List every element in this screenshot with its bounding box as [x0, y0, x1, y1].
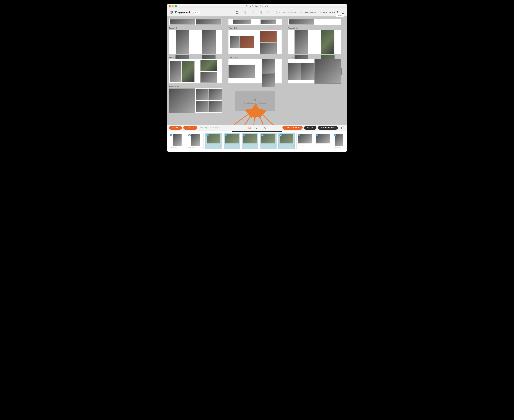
usage-badge: 1: [261, 134, 264, 136]
pages-label: Pages 7-8: [169, 27, 222, 29]
star-rating[interactable]: ☆☆☆☆☆: [206, 144, 213, 147]
svg-rect-6: [254, 99, 256, 100]
wall-art-icon[interactable]: [251, 10, 255, 15]
scatter-view-icon[interactable]: [255, 126, 259, 130]
comments-icon[interactable]: [243, 10, 247, 15]
tray-thumbnail[interactable]: 1☆☆☆☆☆♡: [224, 133, 240, 149]
spread-partial-2[interactable]: [228, 19, 282, 25]
rating-row: ☆☆☆☆☆♡: [261, 144, 276, 147]
svg-point-19: [256, 128, 256, 128]
stack-view-icon[interactable]: [262, 126, 267, 130]
spread-13-14[interactable]: [169, 59, 222, 83]
svg-point-24: [258, 128, 258, 129]
mode-tools: [235, 10, 279, 15]
spread-9-10[interactable]: [228, 30, 282, 54]
titlebar: Fundy Designer Suite v10: [167, 4, 347, 8]
filter-button[interactable]: ‹ FILTER: [183, 126, 197, 130]
total-images-count: 33: [300, 11, 301, 13]
album-size-chip[interactable]: 8x8: [192, 11, 201, 14]
project-name: Engagement: [175, 11, 190, 14]
favorite-heart-icon[interactable]: ♡: [292, 144, 294, 147]
star-rating[interactable]: ☆☆☆☆☆: [224, 144, 231, 147]
star-rating[interactable]: ☆☆☆☆☆: [170, 147, 176, 149]
svg-line-9: [216, 111, 253, 125]
favorite-heart-icon[interactable]: ♡: [329, 144, 330, 147]
tray-thumbnail[interactable]: 1☆☆☆☆☆♡: [278, 133, 295, 149]
project-icon[interactable]: [169, 10, 173, 15]
svg-rect-25: [342, 127, 344, 129]
spread-cell-7-8: Pages 7-8: [169, 27, 222, 54]
total-pages-stat: 20 TOTAL PAGES: [319, 11, 335, 13]
favorite-heart-icon[interactable]: ♡: [256, 144, 257, 147]
album-size-label: 8x8: [193, 11, 196, 13]
order-icon[interactable]: [275, 10, 279, 15]
tray-thumbnail[interactable]: 1☆☆☆☆☆♡: [205, 133, 222, 149]
svg-point-17: [257, 127, 257, 127]
rating-row: ☆☆☆☆☆♡: [242, 144, 258, 147]
rating-row: ☆☆☆☆☆♡: [169, 147, 185, 149]
view-button[interactable]: View: [336, 14, 344, 17]
favorite-heart-icon[interactable]: ♡: [219, 144, 221, 147]
spread-19-20[interactable]: [169, 88, 222, 113]
rating-row: ☆☆☆☆☆♡: [297, 144, 313, 147]
chevron-left-icon: ‹: [172, 127, 173, 129]
spread-partial-1[interactable]: [169, 19, 222, 25]
paperclip-icon: [197, 11, 199, 13]
grid-view-icon[interactable]: [247, 126, 252, 130]
spread-partial-3[interactable]: [288, 19, 341, 25]
design-canvas[interactable]: Pages 7-8 Pages 9-10 Pages 11-12: [167, 16, 347, 125]
svg-point-23: [257, 128, 257, 129]
usage-badge: 1: [279, 134, 282, 136]
clear-button[interactable]: CLEAR: [304, 126, 316, 130]
star-rating[interactable]: ☆☆☆☆☆: [297, 144, 304, 147]
album-builder-icon[interactable]: [235, 10, 239, 15]
usage-badge: 1: [188, 134, 191, 136]
pages-icon[interactable]: [259, 10, 263, 15]
rating-row: ☆☆☆☆☆♡: [188, 147, 203, 149]
dropzone-cell: Drop Images to Add Spread: [228, 86, 282, 113]
add-photos-label: + ADD PHOTOS: [321, 127, 335, 129]
rating-row: ☆☆☆☆☆♡: [206, 144, 221, 147]
drop-images-icon: [253, 98, 257, 101]
spread-15-16[interactable]: [228, 59, 282, 83]
rating-row: ☆☆☆☆☆♡: [333, 147, 345, 149]
tray-thumbnail[interactable]: 1☆☆☆☆☆♡: [315, 133, 331, 149]
total-pages-label: TOTAL PAGES: [322, 11, 335, 13]
svg-rect-15: [249, 127, 250, 128]
auto-design-button[interactable]: ‹ AUTO DESIGN: [283, 126, 303, 130]
favorite-heart-icon[interactable]: ♡: [183, 147, 184, 149]
rating-row: ☆☆☆☆☆♡: [315, 144, 331, 147]
tray-thumbnail[interactable]: 1☆☆☆☆☆♡: [260, 133, 276, 149]
star-rating[interactable]: ☆☆☆☆☆: [188, 147, 195, 149]
spread-row-partial: [169, 19, 345, 25]
favorite-heart-icon[interactable]: ♡: [201, 147, 203, 149]
star-rating[interactable]: ☆☆☆☆☆: [279, 144, 286, 147]
spread-7-8[interactable]: [169, 30, 222, 54]
usage-badge: 1: [225, 134, 227, 136]
star-rating[interactable]: ☆☆☆☆☆: [261, 144, 268, 147]
favorite-heart-icon[interactable]: ♡: [238, 144, 239, 147]
spread-17-18[interactable]: [288, 59, 341, 83]
window-title: Fundy Designer Suite v10: [167, 5, 347, 7]
favorite-heart-icon[interactable]: ♡: [274, 144, 276, 147]
tray-thumbnail[interactable]: 1☆☆☆☆☆♡: [242, 133, 258, 149]
svg-point-16: [256, 127, 257, 127]
favorite-heart-icon[interactable]: ♡: [343, 147, 344, 149]
star-rating[interactable]: ☆☆☆☆☆: [334, 147, 341, 149]
add-photos-button[interactable]: + ADD PHOTOS: [318, 126, 338, 130]
svg-point-22: [256, 128, 257, 129]
favorite-heart-icon[interactable]: ♡: [310, 144, 312, 147]
image-tray[interactable]: 1☆☆☆☆☆♡1☆☆☆☆☆♡1☆☆☆☆☆♡1☆☆☆☆☆♡1☆☆☆☆☆♡1☆☆☆☆…: [167, 131, 347, 152]
tray-thumbnail[interactable]: 1☆☆☆☆☆♡: [169, 133, 185, 149]
expand-tray-icon[interactable]: [341, 126, 345, 130]
tray-thumbnail[interactable]: 1☆☆☆☆☆♡: [333, 133, 345, 149]
star-rating[interactable]: ☆☆☆☆☆: [243, 144, 249, 147]
star-rating[interactable]: ☆☆☆☆☆: [315, 144, 322, 147]
svg-point-18: [258, 127, 258, 128]
sort-button[interactable]: ‹ SORT: [169, 126, 182, 130]
add-spread-dropzone[interactable]: Drop Images to Add Spread: [235, 91, 275, 111]
spread-11-12[interactable]: [288, 30, 341, 54]
tray-thumbnail[interactable]: 1☆☆☆☆☆♡: [297, 133, 313, 149]
tray-thumbnail[interactable]: 1☆☆☆☆☆♡: [187, 133, 204, 149]
cards-icon[interactable]: [267, 10, 271, 15]
